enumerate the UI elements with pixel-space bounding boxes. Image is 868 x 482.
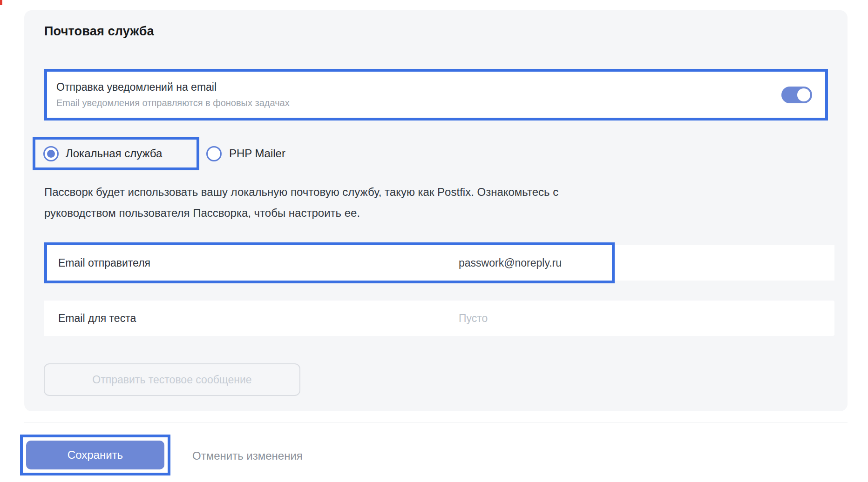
save-button[interactable]: Сохранить [26,441,164,469]
help-text-line-2: руководством пользователя Пассворка, что… [44,202,558,223]
email-notifications-label: Отправка уведомлений на email [56,81,290,94]
email-test-row: Email для теста [44,301,834,336]
email-notifications-text: Отправка уведомлений на email Email увед… [56,81,290,108]
email-sender-label: Email отправителя [58,257,459,269]
email-sender-row: Email отправителя [44,245,834,281]
email-notifications-description: Email уведомления отправляются в фоновых… [56,98,290,108]
send-test-message-button[interactable]: Отправить тестовое сообщение [44,363,300,396]
cancel-changes-link[interactable]: Отменить изменения [192,448,303,464]
radio-label-php-mailer: PHP Mailer [229,147,285,160]
radio-label-local-service: Локальная служба [66,147,162,160]
mail-service-settings-screen: Почтовая служба Отправка уведомлений на … [0,0,868,482]
email-notifications-row: Отправка уведомлений на email Email увед… [44,69,828,120]
email-sender-input[interactable] [459,257,785,269]
email-test-input[interactable] [459,312,785,325]
local-service-help-text: Пассворк будет использовать вашу локальн… [44,181,558,223]
radio-unselected-icon[interactable] [206,146,222,161]
screen-corner-artifact [0,0,2,5]
email-notifications-toggle[interactable] [781,87,812,103]
footer-divider [24,422,848,422]
help-text-line-1: Пассворк будет использовать вашу локальн… [44,181,558,202]
page-title: Почтовая служба [44,24,154,39]
radio-selected-icon[interactable] [43,146,59,161]
radio-option-php-mailer[interactable]: PHP Mailer [206,137,285,170]
toggle-knob-icon [797,88,810,101]
radio-option-local-service[interactable]: Локальная служба [33,137,199,170]
save-button-annotation-highlight: Сохранить [20,435,170,475]
email-test-label: Email для теста [58,312,459,325]
